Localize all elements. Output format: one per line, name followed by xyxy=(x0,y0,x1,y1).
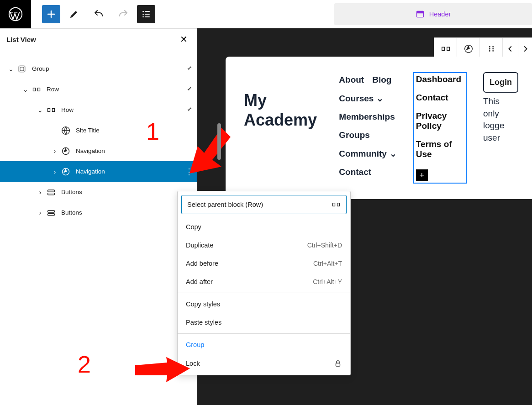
list-view-item-label: Row xyxy=(61,106,186,113)
chevron-right-icon[interactable]: › xyxy=(49,168,60,175)
menu-item-copy-styles[interactable]: Copy styles xyxy=(178,295,350,313)
add-block-button[interactable] xyxy=(42,5,60,23)
select-parent-label: Select parent block (Row) xyxy=(187,201,263,208)
chevron-down-icon[interactable]: ⌄ xyxy=(35,106,46,114)
list-view-panel: List View ✕ ⌄ Group ⌄ Row xyxy=(0,28,197,405)
svg-point-18 xyxy=(489,46,490,47)
menu-item-paste-styles[interactable]: Paste styles xyxy=(178,313,350,331)
navigation-block-icon xyxy=(60,146,71,157)
nav-item[interactable]: About xyxy=(339,75,364,85)
primary-nav-menu[interactable]: About Blog Courses ⌄ Memberships Groups … xyxy=(339,72,397,184)
template-part-header-button[interactable]: Header xyxy=(334,3,532,25)
list-view-item-label: Navigation xyxy=(76,168,185,175)
svg-point-19 xyxy=(489,48,490,50)
nav-item[interactable]: Dashboard xyxy=(416,74,464,84)
secondary-nav-selected[interactable]: Dashboard Contact Privacy Policy Terms o… xyxy=(413,72,467,184)
menu-item-lock[interactable]: Lock xyxy=(178,354,350,373)
nav-item[interactable]: Courses xyxy=(339,94,374,104)
nav-item[interactable]: Terms of Use xyxy=(416,139,464,159)
nav-item[interactable]: Groups xyxy=(339,130,370,140)
group-block-icon xyxy=(16,63,27,74)
list-view-item-row-inner[interactable]: ⌄ Row xyxy=(0,100,197,120)
svg-point-22 xyxy=(492,48,494,50)
list-view-toggle-button[interactable] xyxy=(137,5,155,23)
list-view-item-label: Site Title xyxy=(76,127,192,134)
chevron-right-icon[interactable]: › xyxy=(35,209,46,216)
svg-rect-5 xyxy=(33,88,36,91)
lock-icon xyxy=(334,359,342,368)
menu-item-copy[interactable]: Copy xyxy=(178,218,350,236)
svg-rect-2 xyxy=(416,11,423,13)
list-view-item-group[interactable]: ⌄ Group xyxy=(0,58,197,79)
pin-icon xyxy=(186,85,192,93)
chevron-down-icon[interactable]: ⌄ xyxy=(20,86,31,93)
conditional-text: This only logge user xyxy=(483,95,518,144)
chevron-right-icon[interactable]: › xyxy=(35,189,46,196)
edit-tool-button[interactable] xyxy=(63,3,85,25)
menu-item-add-after[interactable]: Add afterCtrl+Alt+Y xyxy=(178,273,350,291)
svg-rect-25 xyxy=(337,203,340,206)
header-layout-icon xyxy=(416,10,425,19)
menu-item-group[interactable]: Group xyxy=(178,336,350,354)
pin-icon xyxy=(186,65,192,73)
svg-point-20 xyxy=(489,50,490,52)
site-title-icon xyxy=(60,125,71,136)
svg-rect-14 xyxy=(48,213,55,215)
chevron-down-icon: ⌄ xyxy=(390,148,397,159)
svg-rect-4 xyxy=(20,67,24,70)
nav-item[interactable]: Memberships xyxy=(339,112,395,122)
nav-item[interactable]: Contact xyxy=(339,167,371,177)
nav-item[interactable]: Blog xyxy=(372,75,391,85)
row-block-icon xyxy=(31,84,42,95)
wordpress-logo[interactable] xyxy=(0,0,31,28)
menu-item-duplicate[interactable]: DuplicateCtrl+Shift+D xyxy=(178,236,350,254)
nav-item[interactable]: Privacy Policy xyxy=(416,111,464,131)
svg-point-23 xyxy=(492,50,494,52)
svg-rect-8 xyxy=(53,108,55,111)
list-view-item-label: Buttons xyxy=(61,189,192,195)
list-view-item-row[interactable]: ⌄ Row xyxy=(0,79,197,100)
list-view-item-buttons-1[interactable]: › Buttons xyxy=(0,182,197,202)
buttons-block-icon xyxy=(46,207,57,218)
list-view-item-navigation-2[interactable]: › Navigation ⋮ xyxy=(0,161,197,182)
list-view-title: List View xyxy=(6,36,36,43)
svg-rect-13 xyxy=(48,210,55,212)
chevron-down-icon[interactable]: ⌄ xyxy=(5,65,16,73)
undo-button[interactable] xyxy=(88,3,110,25)
svg-rect-11 xyxy=(48,190,55,192)
svg-point-21 xyxy=(492,46,494,47)
list-view-item-label: Row xyxy=(47,86,186,93)
add-nav-item-button[interactable]: + xyxy=(416,169,428,181)
chevron-down-icon: ⌄ xyxy=(376,93,384,104)
redo-button[interactable] xyxy=(112,3,134,25)
login-button[interactable]: Login xyxy=(483,72,518,93)
navigation-block-icon xyxy=(60,166,71,177)
list-view-item-navigation-1[interactable]: › Navigation xyxy=(0,141,197,161)
menu-item-add-before[interactable]: Add beforeCtrl+Alt+T xyxy=(178,254,350,273)
list-view-tree: ⌄ Group ⌄ Row ⌄ xyxy=(0,50,197,223)
block-options-menu: Select parent block (Row) Copy Duplicate… xyxy=(177,191,351,375)
list-view-item-buttons-2[interactable]: › Buttons xyxy=(0,202,197,223)
chevron-right-icon[interactable]: › xyxy=(49,147,60,155)
site-title[interactable]: My Academy xyxy=(244,90,322,184)
close-list-view-button[interactable]: ✕ xyxy=(177,34,190,44)
list-view-item-label: Navigation xyxy=(76,147,192,154)
svg-rect-16 xyxy=(447,47,449,50)
svg-rect-6 xyxy=(38,88,40,91)
nav-item[interactable]: Community xyxy=(339,149,387,159)
svg-rect-7 xyxy=(48,108,50,111)
row-block-icon xyxy=(46,105,57,116)
list-view-item-site-title[interactable]: Site Title xyxy=(0,120,197,141)
editor-topbar: Header xyxy=(0,0,532,28)
svg-rect-24 xyxy=(333,203,335,206)
list-view-item-label: Buttons xyxy=(61,209,192,216)
buttons-block-icon xyxy=(46,187,57,198)
select-parent-block-button[interactable]: Select parent block (Row) xyxy=(181,195,347,214)
template-part-header-label: Header xyxy=(429,11,451,18)
svg-rect-12 xyxy=(48,193,55,195)
pin-icon xyxy=(186,106,192,114)
nav-item[interactable]: Contact xyxy=(416,93,464,103)
list-view-item-label: Group xyxy=(32,65,186,72)
svg-rect-15 xyxy=(442,47,444,50)
block-options-button[interactable]: ⋮ xyxy=(185,167,192,177)
